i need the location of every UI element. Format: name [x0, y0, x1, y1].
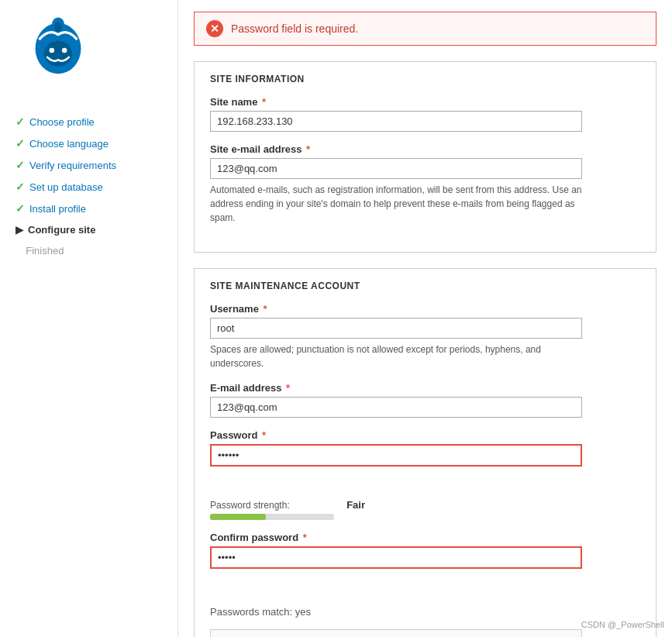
site-information-section: SITE INFORMATION Site name * Site e-mail…	[194, 61, 656, 253]
password-left: Password *	[210, 429, 582, 467]
svg-point-2	[50, 48, 55, 53]
error-box: ✕ Password field is required.	[194, 12, 656, 46]
sidebar: ✓ Choose profile ✓ Choose language ✓ Ver…	[0, 0, 178, 637]
sidebar-label-verify-requirements: Verify requirements	[29, 160, 116, 171]
password-tips-box: To make your password stronger: Add lowe…	[210, 629, 582, 637]
password-group: Password * Password strength: Fair	[210, 429, 640, 520]
sidebar-label-set-up-database: Set up database	[29, 181, 103, 193]
password-label: Password *	[210, 429, 582, 441]
confirm-password-group: Confirm password * Passwords match: yes	[210, 532, 640, 618]
sidebar-item-verify-requirements[interactable]: ✓ Verify requirements	[16, 154, 177, 176]
site-email-input[interactable]	[210, 158, 582, 179]
error-message: Password field is required.	[231, 22, 358, 35]
logo-area	[16, 15, 177, 88]
password-row: Password * Password strength: Fair	[210, 429, 640, 520]
password-strength-indicator: Password strength: Fair	[210, 482, 365, 520]
svg-point-5	[54, 22, 62, 32]
maintenance-account-section: SITE MAINTENANCE ACCOUNT Username * Spac…	[194, 268, 656, 637]
sidebar-item-install-profile[interactable]: ✓ Install profile	[16, 198, 177, 219]
svg-point-3	[62, 48, 67, 53]
site-email-group: Site e-mail address * Automated e-mails,…	[210, 143, 640, 225]
site-information-title: SITE INFORMATION	[210, 74, 640, 84]
svg-point-1	[44, 41, 72, 67]
check-icon: ✓	[16, 137, 25, 150]
error-icon: ✕	[206, 20, 223, 37]
strength-value: Fair	[346, 499, 365, 511]
arrow-icon: ▶	[16, 224, 23, 236]
sidebar-item-set-up-database[interactable]: ✓ Set up database	[16, 176, 177, 198]
account-email-label: E-mail address *	[210, 382, 640, 394]
sidebar-label-choose-language: Choose language	[29, 138, 109, 150]
check-icon: ✓	[16, 181, 25, 193]
username-group: Username * Spaces are allowed; punctuati…	[210, 303, 640, 370]
check-icon: ✓	[16, 202, 25, 215]
sidebar-label-choose-profile: Choose profile	[29, 116, 95, 128]
sidebar-item-configure-site[interactable]: ▶ Configure site	[16, 219, 177, 240]
account-email-group: E-mail address *	[210, 382, 640, 418]
watermark: CSDN @_PowerShell	[581, 620, 664, 629]
strength-bar-fill	[210, 514, 266, 520]
passwords-match-text: Passwords match: yes	[210, 606, 311, 618]
drupal-logo	[23, 15, 93, 85]
strength-bar-background	[210, 514, 334, 520]
username-label: Username *	[210, 303, 640, 315]
account-email-input[interactable]	[210, 397, 582, 418]
check-icon: ✓	[16, 159, 25, 171]
strength-label-row: Password strength: Fair	[210, 499, 365, 511]
confirm-password-input[interactable]	[210, 546, 582, 569]
sidebar-label-install-profile: Install profile	[29, 203, 86, 215]
maintenance-account-title: SITE MAINTENANCE ACCOUNT	[210, 281, 640, 291]
strength-label: Password strength:	[210, 500, 290, 511]
username-input[interactable]	[210, 318, 582, 339]
site-name-group: Site name *	[210, 96, 640, 132]
confirm-password-row: Confirm password * Passwords match: yes	[210, 532, 640, 618]
check-icon: ✓	[16, 115, 25, 128]
username-desc: Spaces are allowed; punctuation is not a…	[210, 343, 582, 370]
passwords-match-indicator: Passwords match: yes	[210, 584, 365, 618]
sidebar-item-choose-profile[interactable]: ✓ Choose profile	[16, 111, 177, 133]
site-name-label: Site name *	[210, 96, 640, 108]
sidebar-label-finished: Finished	[26, 245, 64, 257]
confirm-password-label: Confirm password *	[210, 532, 582, 543]
sidebar-item-choose-language[interactable]: ✓ Choose language	[16, 133, 177, 154]
sidebar-item-finished: Finished	[16, 240, 177, 261]
site-name-input[interactable]	[210, 111, 582, 132]
site-email-label: Site e-mail address *	[210, 143, 640, 155]
confirm-password-left: Confirm password *	[210, 532, 582, 569]
main-content: ✕ Password field is required. SITE INFOR…	[178, 0, 672, 637]
password-input[interactable]	[210, 444, 582, 467]
site-email-desc: Automated e-mails, such as registration …	[210, 183, 582, 225]
sidebar-label-configure-site: Configure site	[28, 224, 95, 236]
